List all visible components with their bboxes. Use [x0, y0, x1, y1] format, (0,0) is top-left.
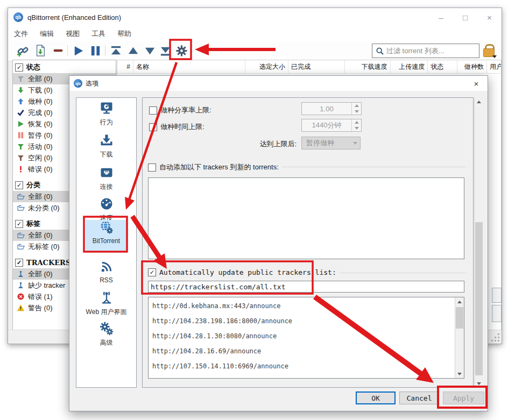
table-scrollbar[interactable]	[492, 288, 501, 330]
move-up-icon	[127, 45, 139, 57]
trackers-checkbox[interactable]: ✓	[15, 259, 23, 267]
seed-ratio-limit-row[interactable]: 做种分享率上限:	[149, 105, 211, 115]
exclamation-icon	[17, 166, 25, 173]
scroll-up-icon[interactable]	[475, 97, 483, 106]
auto-update-trackers-row[interactable]: ✓ Automatically update public trackers l…	[148, 268, 340, 276]
menu-help[interactable]: 帮助	[111, 29, 137, 39]
seed-time-checkbox[interactable]	[149, 123, 157, 131]
menu-edit[interactable]: 编辑	[34, 29, 60, 39]
toolbar: 过滤 torrent 列表...	[8, 41, 502, 61]
resume-button[interactable]	[71, 44, 85, 58]
lock-button[interactable]	[482, 44, 496, 58]
speed-icon	[99, 196, 114, 211]
apply-button[interactable]: Apply	[443, 391, 484, 404]
options-button[interactable]	[174, 44, 188, 58]
tracker-list-scrollbar[interactable]	[455, 297, 464, 378]
cancel-button[interactable]: Cancel	[399, 391, 439, 404]
move-up-button[interactable]	[126, 44, 140, 58]
column-upload-speed[interactable]: 上传速度	[391, 60, 428, 73]
spin-up-icon[interactable]	[352, 119, 361, 125]
column-seeds[interactable]: 做种数	[457, 60, 487, 73]
nav-bittorrent[interactable]: BitTorrent	[86, 220, 127, 251]
move-bottom-icon	[159, 45, 172, 57]
auto-add-trackers-row[interactable]: 自动添加以下 trackers 到新的 torrents:	[148, 162, 282, 172]
nav-downloads[interactable]: 下载	[80, 133, 133, 161]
public-trackers-list[interactable]: http://0d.kebhana.mx:443/announce http:/…	[148, 297, 464, 379]
additional-trackers-textarea[interactable]	[148, 177, 464, 259]
move-top-icon	[110, 45, 122, 57]
download-arrow-icon	[17, 87, 25, 94]
seed-ratio-checkbox[interactable]	[149, 106, 157, 115]
dialog-close-button[interactable]: ×	[465, 76, 488, 91]
app-logo-icon: qb	[74, 79, 82, 88]
ok-button[interactable]: OK	[356, 391, 396, 404]
column-selected-size[interactable]: 选定大小	[245, 60, 288, 73]
tracker-antenna-icon	[17, 282, 25, 289]
scroll-thumb[interactable]	[456, 307, 463, 329]
category-checkbox[interactable]: ✓	[15, 181, 23, 189]
nav-rss[interactable]: RSS	[80, 259, 133, 287]
column-download-speed[interactable]: 下载速度	[345, 60, 391, 73]
warning-icon	[17, 304, 25, 312]
menu-view[interactable]: 视图	[60, 29, 86, 39]
spin-down-icon[interactable]	[352, 125, 361, 131]
scroll-thumb[interactable]	[475, 222, 483, 375]
auto-update-trackers-checkbox[interactable]: ✓	[148, 268, 156, 276]
table-header-row: # 名称 选定大小 已完成 下载速度 上传速度 状态 做种数 用户	[117, 60, 501, 74]
title-bar[interactable]: qb qBittorrent (Enhanced Edition) – □ ×	[8, 8, 502, 26]
filter-status-header[interactable]: ✓ 状态	[13, 61, 116, 73]
scroll-down-icon[interactable]	[455, 369, 464, 378]
nav-connection[interactable]: 连接	[80, 165, 133, 193]
pause-button[interactable]	[88, 44, 102, 58]
menu-tools[interactable]: 工具	[86, 29, 111, 39]
menu-file[interactable]: 文件	[8, 29, 34, 39]
minimize-button[interactable]: –	[429, 8, 453, 26]
resize-grip[interactable]	[490, 332, 500, 342]
spin-up-icon[interactable]	[352, 103, 361, 109]
search-placeholder: 过滤 torrent 列表...	[386, 46, 444, 56]
dialog-title-bar[interactable]: qb 选项 ×	[69, 76, 488, 91]
pause-icon	[17, 132, 25, 139]
column-status[interactable]: 状态	[428, 60, 457, 73]
maximize-button[interactable]: □	[453, 8, 477, 26]
spin-down-icon[interactable]	[352, 109, 361, 115]
nav-webui[interactable]: Web 用户界面	[80, 290, 133, 318]
column-user[interactable]: 用户	[487, 60, 501, 73]
seed-ratio-spinner[interactable]: 1.00	[301, 102, 362, 115]
seed-time-limit-row[interactable]: 做种时间上限:	[149, 122, 204, 132]
search-input[interactable]: 过滤 torrent 列表...	[372, 44, 479, 58]
column-number[interactable]: #	[117, 60, 133, 73]
remove-icon	[52, 45, 64, 56]
app-logo-icon: qb	[13, 12, 23, 22]
tag-checkbox[interactable]: ✓	[15, 220, 23, 228]
trackers-list-url-input[interactable]: https://trackerslist.com/all.txt	[148, 281, 464, 293]
close-button[interactable]: ×	[477, 8, 502, 26]
column-name[interactable]: 名称	[133, 60, 245, 73]
folder-icon	[17, 232, 25, 239]
options-dialog: qb 选项 × 行为 下载 连接	[69, 75, 488, 411]
move-top-button[interactable]	[109, 44, 123, 58]
tracker-entry: http://109.121.134.121:1337/announce	[149, 374, 464, 379]
delete-torrent-button[interactable]	[51, 44, 65, 58]
nav-behavior[interactable]: 行为	[80, 101, 133, 129]
column-completed[interactable]: 已完成	[288, 60, 345, 73]
move-bottom-button[interactable]	[158, 44, 172, 58]
status-checkbox[interactable]: ✓	[15, 63, 23, 72]
search-icon	[376, 47, 384, 55]
reach-limit-label: 达到上限后:	[223, 139, 297, 149]
scroll-down-icon[interactable]	[475, 379, 483, 388]
add-torrent-file-button[interactable]	[33, 44, 47, 58]
nav-advanced[interactable]: 高级	[80, 321, 133, 349]
move-down-button[interactable]	[143, 44, 157, 58]
options-scrollbar[interactable]	[474, 97, 483, 388]
add-torrent-link-button[interactable]	[16, 44, 30, 58]
auto-add-trackers-checkbox[interactable]	[148, 163, 156, 172]
file-add-icon	[34, 45, 46, 56]
move-down-icon	[144, 45, 156, 57]
reach-limit-select[interactable]: 暂停做种	[301, 137, 361, 150]
window-title: qBittorrent (Enhanced Edition)	[27, 13, 121, 22]
seed-time-spinner[interactable]: 1440分钟	[301, 119, 362, 132]
folder-icon	[17, 204, 25, 212]
scroll-up-icon[interactable]	[455, 297, 464, 306]
bittorrent-icon	[99, 220, 114, 235]
